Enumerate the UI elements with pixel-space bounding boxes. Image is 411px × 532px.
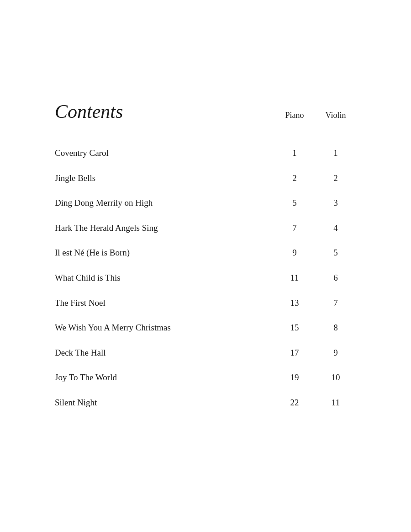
piano-page-number: 11 bbox=[274, 273, 315, 283]
table-row: Ding Dong Merrily on High53 bbox=[55, 191, 356, 216]
violin-page-number: 7 bbox=[315, 298, 356, 308]
violin-page-number: 1 bbox=[315, 148, 356, 158]
piano-page-number: 15 bbox=[274, 323, 315, 333]
toc-table: Coventry Carol11Jingle Bells22Ding Dong … bbox=[55, 141, 356, 415]
violin-page-number: 4 bbox=[315, 223, 356, 233]
piano-page-number: 17 bbox=[274, 348, 315, 358]
contents-header: Contents Piano Violin bbox=[55, 101, 356, 122]
song-title: Jingle Bells bbox=[55, 172, 274, 185]
page: Contents Piano Violin Coventry Carol11Ji… bbox=[0, 0, 411, 532]
piano-page-number: 9 bbox=[274, 248, 315, 258]
violin-page-number: 10 bbox=[315, 372, 356, 383]
song-title: Hark The Herald Angels Sing bbox=[55, 222, 274, 234]
piano-page-number: 5 bbox=[274, 198, 315, 208]
piano-page-number: 13 bbox=[274, 298, 315, 308]
table-row: Jingle Bells22 bbox=[55, 166, 356, 191]
violin-page-number: 8 bbox=[315, 323, 356, 333]
song-title: Il est Né (He is Born) bbox=[55, 247, 274, 259]
contents-title: Contents bbox=[55, 101, 274, 122]
piano-page-number: 19 bbox=[274, 372, 315, 383]
song-title: We Wish You A Merry Christmas bbox=[55, 322, 274, 334]
table-row: Il est Né (He is Born)95 bbox=[55, 240, 356, 266]
table-row: Hark The Herald Angels Sing74 bbox=[55, 216, 356, 241]
song-title: The First Noel bbox=[55, 297, 274, 309]
table-row: What Child is This116 bbox=[55, 266, 356, 291]
song-title: What Child is This bbox=[55, 272, 274, 284]
song-title: Joy To The World bbox=[55, 372, 274, 384]
violin-page-number: 2 bbox=[315, 173, 356, 183]
piano-page-number: 1 bbox=[274, 148, 315, 158]
violin-page-number: 9 bbox=[315, 348, 356, 358]
piano-page-number: 2 bbox=[274, 173, 315, 183]
piano-page-number: 22 bbox=[274, 398, 315, 408]
violin-column-header: Violin bbox=[315, 111, 356, 120]
table-row: The First Noel137 bbox=[55, 291, 356, 316]
song-title: Deck The Hall bbox=[55, 347, 274, 359]
piano-column-header: Piano bbox=[274, 111, 315, 120]
violin-page-number: 11 bbox=[315, 398, 356, 408]
song-title: Coventry Carol bbox=[55, 147, 274, 160]
violin-page-number: 6 bbox=[315, 273, 356, 283]
song-title: Silent Night bbox=[55, 397, 274, 409]
table-row: We Wish You A Merry Christmas158 bbox=[55, 315, 356, 340]
piano-page-number: 7 bbox=[274, 223, 315, 233]
table-row: Silent Night2211 bbox=[55, 390, 356, 415]
violin-page-number: 3 bbox=[315, 198, 356, 208]
table-row: Joy To The World1910 bbox=[55, 365, 356, 390]
song-title: Ding Dong Merrily on High bbox=[55, 197, 274, 209]
column-headers: Piano Violin bbox=[274, 111, 356, 120]
violin-page-number: 5 bbox=[315, 248, 356, 258]
table-row: Deck The Hall179 bbox=[55, 340, 356, 366]
table-row: Coventry Carol11 bbox=[55, 141, 356, 166]
